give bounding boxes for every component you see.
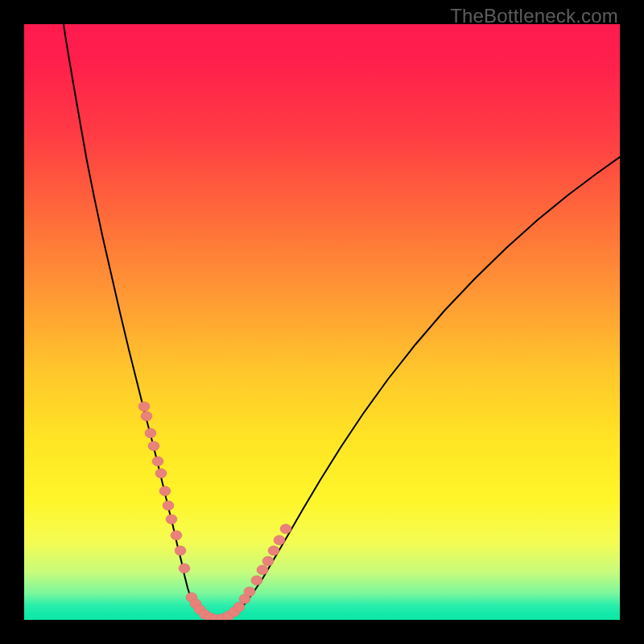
- data-marker: [268, 546, 279, 555]
- data-marker: [145, 428, 156, 438]
- data-marker: [244, 587, 255, 597]
- data-marker: [179, 564, 190, 573]
- data-marker: [274, 535, 285, 545]
- data-marker: [138, 402, 150, 411]
- data-marker: [159, 486, 171, 496]
- data-marker: [155, 469, 167, 478]
- data-marker: [148, 441, 159, 451]
- data-marker: [141, 411, 152, 421]
- plot-area: [24, 24, 620, 620]
- curve-path: [64, 24, 620, 619]
- data-marker: [262, 556, 274, 566]
- curve-markers: [138, 402, 291, 620]
- data-marker: [163, 501, 174, 510]
- data-marker: [171, 530, 182, 540]
- data-marker: [152, 456, 163, 466]
- data-marker: [251, 576, 262, 585]
- data-marker: [175, 546, 186, 555]
- data-marker: [166, 514, 177, 524]
- data-marker: [280, 524, 291, 534]
- data-marker: [257, 565, 268, 575]
- outer-frame: TheBottleneck.com: [0, 0, 644, 644]
- bottleneck-curve: [24, 24, 620, 620]
